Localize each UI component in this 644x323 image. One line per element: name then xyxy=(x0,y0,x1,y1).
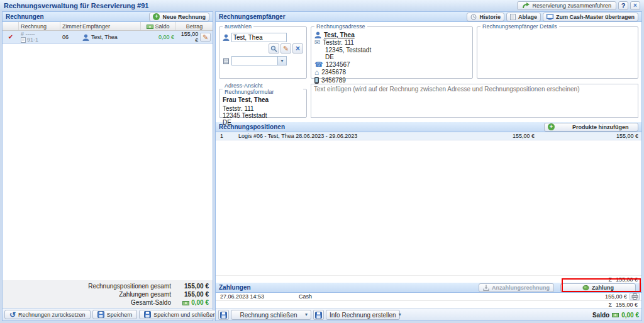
invoices-grid-body xyxy=(3,44,213,280)
position-index: 1 xyxy=(216,133,230,139)
person-icon xyxy=(314,31,321,38)
payments-panel-header: Zahlungen Anzahlungsrechnung Zahlung xyxy=(216,283,641,293)
close-invoice-button[interactable]: Rechnung schließen ▾ xyxy=(231,310,311,320)
invoice-saldo: 0,00 € xyxy=(141,34,176,40)
search-button[interactable] xyxy=(269,43,279,54)
address-mobile: 3456789 xyxy=(321,77,346,84)
select-fieldset: auswählen ✎ × xyxy=(219,23,307,79)
reset-invoices-button[interactable]: ↺ Rechnungen zurücksetzen xyxy=(4,310,91,319)
payments-panel-title: Zahlungen xyxy=(219,284,251,291)
search-icon xyxy=(270,45,277,52)
column-betrag[interactable]: Betrag xyxy=(176,22,213,30)
merge-reservation-button[interactable]: Reservierung zusammenführen xyxy=(517,1,616,10)
column-empfaenger[interactable]: Empfänger xyxy=(80,22,141,30)
column-betrag-label: Betrag xyxy=(186,23,203,30)
invoices-footer: ↺ Rechnungen zurücksetzen Speichern Spei… xyxy=(3,308,213,320)
phone-icon: ☎ xyxy=(314,61,323,68)
sigma-label: Σ xyxy=(608,302,612,308)
address-view-fieldset: Adress-Ansicht Rechnungsformular Frau Te… xyxy=(219,82,307,118)
invoices-panel-header: Rechnungen + Neue Rechnung xyxy=(3,12,213,22)
envelope-icon: ✉ xyxy=(314,39,320,46)
address-legend: Rechnungsadresse xyxy=(314,23,367,30)
address-fieldset: Rechnungsadresse Test, Thea ✉ Teststr. 1… xyxy=(311,23,473,79)
clear-recipient-button[interactable]: × xyxy=(292,43,303,54)
historie-button-label: Historie xyxy=(479,14,501,20)
add-products-button[interactable]: + Produkte hinzufügen xyxy=(544,123,638,132)
address-phone: 1234567 xyxy=(326,61,350,68)
edit-recipient-button[interactable]: ✎ xyxy=(280,43,291,54)
history-icon xyxy=(470,14,477,20)
close-icon: × xyxy=(633,2,637,9)
cashmaster-button[interactable]: Zum Cash-Master übertragen xyxy=(543,13,638,21)
column-zimmer-label: Zimmer xyxy=(62,23,82,30)
address-view-name: Frau Test, Thea xyxy=(223,96,303,103)
save-icon xyxy=(144,311,151,318)
chevron-down-icon: ▾ xyxy=(277,57,286,65)
info-invoice-button[interactable]: Info Rechnung erstellen ▾ xyxy=(326,310,400,320)
invoice-doc-icon xyxy=(21,37,26,43)
invoices-panel: Rechnungen + Neue Rechnung Rechnung Zimm… xyxy=(2,11,213,321)
column-check[interactable] xyxy=(3,22,19,30)
payment-button[interactable]: Zahlung xyxy=(560,283,636,292)
position-row[interactable]: 1 Logis #06 - Test, Thea 28.06.2023 - 29… xyxy=(216,132,641,140)
address-view-city: 12345 Teststadt xyxy=(223,112,303,119)
recipient-panel-header: Rechnungsempfänger Historie Ablage Zum C… xyxy=(216,12,641,22)
saldo-value: 0,00 € xyxy=(621,312,639,319)
sigma-label: Σ xyxy=(608,276,612,283)
address-view-country: DE xyxy=(223,119,303,126)
address-view-legend: Adress-Ansicht Rechnungsformular xyxy=(223,82,303,95)
new-invoice-button-label: Neue Rechnung xyxy=(162,14,206,20)
invoice-note-textarea[interactable] xyxy=(311,84,638,118)
chevron-down-icon: ▾ xyxy=(399,312,401,317)
payment-datetime: 27.06.2023 14:53 xyxy=(216,293,299,300)
ablage-button[interactable]: Ablage xyxy=(506,13,541,21)
window-title: Rechnungsverwaltung für Reservierung #91 xyxy=(4,2,148,9)
close-button[interactable]: × xyxy=(630,1,640,10)
recipient-body: auswählen ✎ × xyxy=(216,22,641,122)
payment-method: Cash xyxy=(299,293,605,300)
column-saldo-label: Saldo xyxy=(155,23,169,30)
recipient-panel-title: Rechnungsempfänger xyxy=(219,13,286,20)
save-button[interactable]: Speichern xyxy=(92,310,138,319)
payment-amount: 155,00 € xyxy=(605,293,630,300)
invoice-row[interactable]: ✔ # ----- 91-1 06 Test, Thea 0,00 € 155,… xyxy=(3,31,213,44)
save-icon xyxy=(97,311,104,318)
save-icon xyxy=(220,312,227,319)
reset-invoices-label: Rechnungen zurücksetzen xyxy=(18,312,86,318)
column-zimmer[interactable]: Zimmer xyxy=(60,22,80,30)
ablage-button-label: Ablage xyxy=(518,14,537,20)
money-icon xyxy=(612,312,619,318)
total-saldo-label: Gesamt-Saldo xyxy=(131,299,171,306)
invoice-number-placeholder: # ----- xyxy=(21,31,58,37)
new-invoice-button[interactable]: + Neue Rechnung xyxy=(149,13,209,21)
address-name-link[interactable]: Test, Thea xyxy=(324,31,355,38)
help-button[interactable]: ? xyxy=(618,1,628,10)
deposit-invoice-button[interactable]: Anzahlungsrechnung xyxy=(479,283,554,292)
add-products-button-label: Produkte hinzufügen xyxy=(572,124,629,130)
undo-icon: ↺ xyxy=(9,311,16,319)
save-info-invoice-button[interactable] xyxy=(313,310,324,320)
money-icon xyxy=(147,23,153,30)
address-home-phone: 2345678 xyxy=(321,69,346,76)
print-payment-button[interactable] xyxy=(630,293,640,300)
deposit-icon xyxy=(483,285,489,291)
chevron-down-icon: ▾ xyxy=(305,312,308,317)
close-invoice-label: Rechnung schließen xyxy=(235,312,303,319)
historie-button[interactable]: Historie xyxy=(467,13,504,21)
save-close-button[interactable]: Speichern und schließen xyxy=(139,310,221,319)
merge-icon xyxy=(522,2,530,9)
address-city: 12345, Teststadt xyxy=(325,47,469,54)
company-select[interactable]: ▾ xyxy=(231,56,287,65)
invoices-panel-title: Rechnungen xyxy=(6,13,44,20)
mobile-icon xyxy=(314,77,319,84)
payment-row[interactable]: 27.06.2023 14:53 Cash 155,00 € xyxy=(216,293,641,301)
recipient-name-input[interactable] xyxy=(231,33,287,42)
edit-invoice-button[interactable]: ✎ xyxy=(200,33,211,42)
payments-total-label: Zahlungen gesamt xyxy=(119,291,171,298)
column-saldo[interactable]: Saldo xyxy=(141,22,176,30)
plus-icon: + xyxy=(153,13,160,20)
column-rechnung[interactable]: Rechnung xyxy=(19,22,60,30)
positions-body xyxy=(216,140,641,275)
save-invoice-button[interactable] xyxy=(218,310,229,320)
position-total: 155,00 € xyxy=(535,133,641,139)
